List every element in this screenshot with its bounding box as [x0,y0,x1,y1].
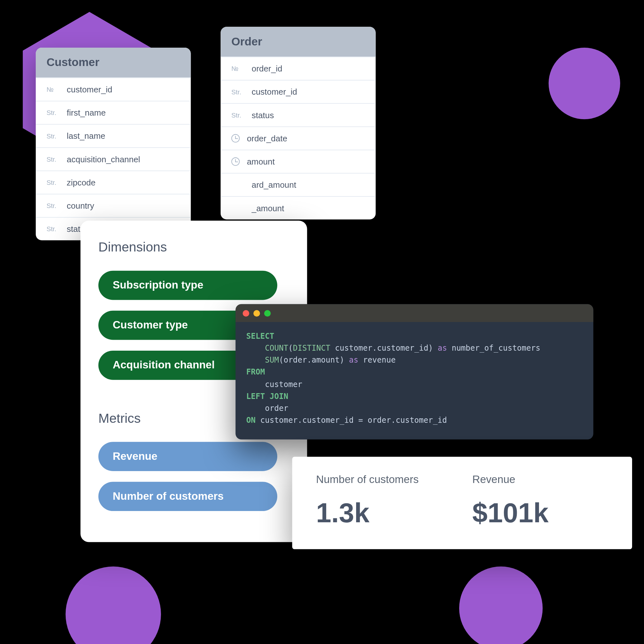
schema-field-row: Str.zipcode [36,171,191,194]
field-name: order_id [251,64,282,73]
field-name: amount [247,157,275,166]
schema-field-row: ard_amount [221,173,376,196]
decorative-circle [66,566,161,644]
field-type-icon: Str. [46,156,60,163]
schema-table-order: Order №order_idStr.customer_idStr.status… [221,27,376,219]
field-type-icon: Str. [46,225,60,232]
schema-table-title: Order [221,27,376,57]
schema-field-row: Str.first_name [36,101,191,124]
window-minimize-icon[interactable] [253,310,260,316]
stat-label: Number of customers [316,473,419,486]
field-type-icon: Str. [231,88,244,95]
field-type-icon: Str. [46,132,60,139]
field-type-icon: Str. [46,179,60,186]
schema-field-row: Str.customer_id [221,80,376,103]
schema-field-row: Str.status [221,103,376,126]
window-zoom-icon[interactable] [264,310,270,316]
sql-terminal: SELECT COUNT(DISTINCT customer.customer_… [235,304,593,440]
schema-field-row: order_date [221,127,376,150]
field-type-icon: № [231,65,244,72]
field-name: status [251,110,274,120]
terminal-titlebar [235,304,593,322]
schema-field-row: amount [221,150,376,173]
dimensions-heading: Dimensions [81,236,307,266]
field-type-icon [231,134,240,143]
stat-value: 1.3k [316,497,419,529]
field-name: order_date [247,134,287,143]
field-name: ard_amount [251,180,296,190]
field-type-icon: Str. [231,111,244,118]
field-type-icon [231,157,240,166]
window-close-icon[interactable] [243,310,249,316]
field-type-icon: Str. [46,202,60,209]
schema-field-list: №customer_idStr.first_nameStr.last_nameS… [36,78,191,241]
stat-value: $101k [472,497,549,529]
decorative-circle [459,566,543,644]
schema-field-row: _amount [221,196,376,219]
field-type-icon: № [46,86,60,93]
schema-table-title: Customer [36,48,191,78]
schema-field-row: Str.last_name [36,124,191,147]
dimension-pill[interactable]: Subscription type [98,271,277,300]
stat-label: Revenue [472,473,549,486]
schema-field-row: Str.acquisition_channel [36,147,191,170]
field-name: _amount [251,203,284,213]
stat-revenue: Revenue $101k [472,473,549,529]
field-name: zipcode [67,178,95,187]
field-name: first_name [67,108,106,118]
field-type-icon: Str. [46,109,60,116]
metric-pill[interactable]: Revenue [98,442,277,471]
schema-field-row: Str.country [36,194,191,217]
field-name: acquisition_channel [67,155,140,164]
decorative-circle [549,48,620,119]
sql-code: SELECT COUNT(DISTINCT customer.customer_… [235,322,593,440]
summary-stats-card: Number of customers 1.3k Revenue $101k [292,457,632,549]
schema-table-customer: Customer №customer_idStr.first_nameStr.l… [36,48,191,240]
field-name: customer_id [67,85,112,94]
schema-field-row: №customer_id [36,78,191,101]
schema-field-list: №order_idStr.customer_idStr.statusorder_… [221,57,376,220]
schema-field-row: №order_id [221,57,376,80]
field-name: last_name [67,131,105,141]
stat-customers: Number of customers 1.3k [316,473,419,529]
metric-pill[interactable]: Number of customers [98,482,277,511]
field-name: country [67,201,94,211]
field-name: customer_id [251,87,297,97]
